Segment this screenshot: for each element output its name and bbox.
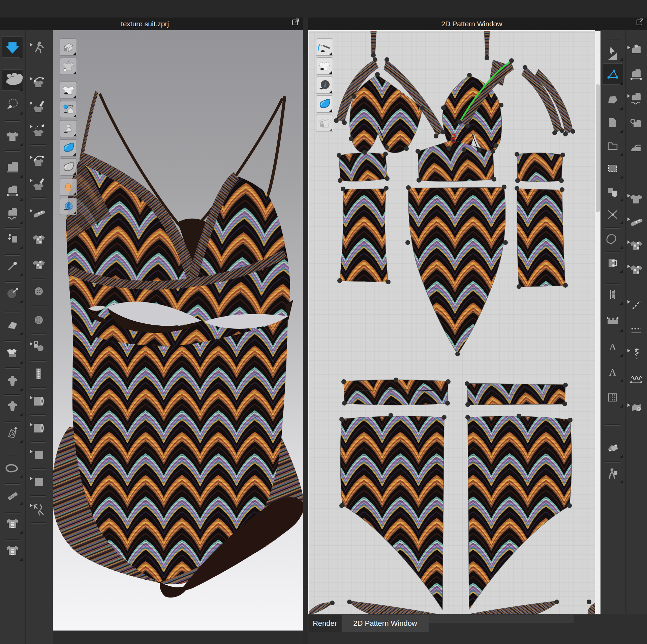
svg-text:i: i	[324, 81, 326, 88]
svg-text:A: A	[609, 366, 616, 378]
svg-text:A: A	[609, 341, 616, 352]
